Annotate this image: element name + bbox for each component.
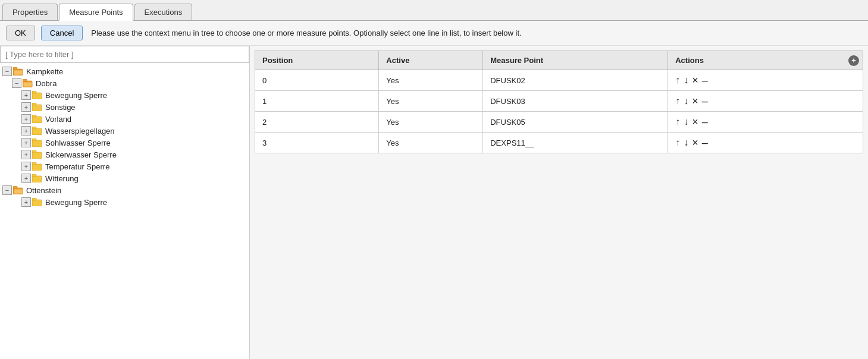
tab-executions[interactable]: Executions (134, 4, 193, 20)
folder-closed-icon (32, 91, 43, 99)
col-header-measure-point: Measure Point (483, 51, 668, 70)
folder-open-icon (13, 186, 24, 194)
tree-item[interactable]: + Bewegung Sperre (0, 196, 249, 208)
tree-item[interactable]: + Vorland (0, 113, 249, 125)
actions-group: ↑↓×– (675, 75, 856, 86)
tree-toggle-icon[interactable]: + (21, 162, 31, 171)
table-header: Position Active Measure Point Actions + (255, 51, 863, 70)
move-down-button[interactable]: ↓ (684, 96, 688, 106)
svg-rect-19 (32, 162, 36, 165)
move-down-button[interactable]: ↓ (684, 117, 688, 127)
tab-properties[interactable]: Properties (2, 4, 58, 20)
cell-position: 3 (255, 133, 379, 153)
cancel-button[interactable]: Cancel (41, 26, 83, 40)
tree-item[interactable]: − Kampkette (0, 65, 249, 77)
tree-item[interactable]: + Bewegung Sperre (0, 89, 249, 101)
tree-toggle-icon[interactable]: + (21, 90, 31, 100)
svg-rect-9 (32, 103, 36, 105)
tree-item[interactable]: + Sickerwasser Sperre (0, 149, 249, 160)
cell-position: 1 (255, 91, 379, 112)
cell-active: Yes (379, 112, 483, 133)
cell-measure-point: DFUSK02 (483, 70, 668, 91)
delete-button[interactable]: × (692, 96, 698, 106)
deactivate-button[interactable]: – (702, 116, 708, 127)
svg-rect-14 (32, 140, 42, 147)
svg-rect-8 (32, 105, 42, 111)
actions-group: ↑↓×– (675, 116, 856, 127)
tree-toggle-icon[interactable]: + (21, 138, 31, 147)
svg-rect-7 (32, 91, 36, 93)
folder-closed-icon (32, 115, 43, 123)
tree-item-label: Dobra (36, 79, 57, 88)
folder-closed-icon (32, 174, 43, 182)
table-row[interactable]: 3YesDEXPS11__↑↓×– (255, 133, 863, 153)
tree-toggle-icon[interactable]: − (2, 185, 12, 195)
tab-measure-points[interactable]: Measure Points (59, 4, 133, 21)
deactivate-button[interactable]: – (702, 137, 708, 148)
tree-toggle-icon[interactable]: + (21, 114, 31, 124)
move-up-button[interactable]: ↑ (675, 138, 680, 147)
svg-rect-20 (32, 176, 42, 182)
svg-rect-21 (32, 174, 36, 177)
tree-toggle-icon[interactable]: + (21, 150, 31, 159)
tree-item-label: Ottenstein (26, 186, 61, 195)
svg-rect-26 (32, 198, 36, 200)
tree-toggle-icon[interactable]: + (21, 126, 31, 136)
tree-item[interactable]: + Temperatur Sperre (0, 160, 249, 172)
add-measure-point-button[interactable]: + (848, 55, 859, 66)
cell-active: Yes (379, 133, 483, 153)
svg-rect-4 (23, 79, 27, 81)
svg-rect-1 (13, 67, 17, 70)
deactivate-button[interactable]: – (702, 75, 708, 86)
move-up-button[interactable]: ↑ (675, 117, 680, 127)
svg-rect-18 (32, 164, 42, 171)
cell-active: Yes (379, 91, 483, 112)
filter-input[interactable] (0, 46, 249, 63)
cell-actions: ↑↓×– (668, 133, 863, 153)
col-header-active: Active (379, 51, 483, 70)
tree-toggle-icon[interactable]: + (21, 197, 31, 207)
cell-active: Yes (379, 70, 483, 91)
svg-rect-5 (23, 82, 32, 87)
table-row[interactable]: 0YesDFUSK02↑↓×– (255, 70, 863, 91)
tree-item[interactable]: + Wasserspiegellagen (0, 125, 249, 137)
delete-button[interactable]: × (692, 137, 698, 148)
svg-rect-17 (32, 150, 36, 153)
move-down-button[interactable]: ↓ (684, 75, 688, 85)
move-up-button[interactable]: ↑ (675, 75, 680, 85)
svg-rect-6 (32, 93, 42, 99)
info-text: Please use the context menu in tree to c… (91, 29, 521, 37)
tree-item[interactable]: − Dobra (0, 77, 249, 89)
tree-toggle-icon[interactable]: + (21, 102, 31, 112)
tree-toggle-icon[interactable]: − (12, 78, 21, 88)
delete-button[interactable]: × (692, 75, 698, 86)
cell-position: 0 (255, 70, 379, 91)
folder-closed-icon (32, 138, 43, 147)
move-down-button[interactable]: ↓ (684, 138, 688, 147)
tree-item-label: Sohlwasser Sperre (45, 138, 111, 147)
tree-item[interactable]: − Ottenstein (0, 184, 249, 196)
ok-button[interactable]: OK (6, 26, 35, 40)
move-up-button[interactable]: ↑ (675, 96, 680, 106)
tree-item-label: Vorland (45, 115, 71, 124)
folder-closed-icon (32, 162, 43, 171)
table-row[interactable]: 2YesDFUSK05↑↓×– (255, 112, 863, 133)
measure-points-table: Position Active Measure Point Actions + … (255, 51, 863, 153)
tree-item-label: Temperatur Sperre (45, 162, 109, 171)
svg-rect-25 (32, 200, 42, 206)
actions-group: ↑↓×– (675, 96, 856, 106)
svg-rect-2 (14, 70, 23, 75)
folder-open-icon (23, 79, 33, 87)
folder-open-icon (13, 67, 24, 75)
table-row[interactable]: 1YesDFUSK03↑↓×– (255, 91, 863, 112)
col-header-position: Position (255, 51, 379, 70)
tree-item[interactable]: + Witterung (0, 172, 249, 184)
tree-toggle-icon[interactable]: + (21, 174, 31, 183)
deactivate-button[interactable]: – (702, 96, 708, 106)
tree-item[interactable]: + Sohlwasser Sperre (0, 137, 249, 149)
main-content: − Kampkette− Dobra+ Bewegung Sperre+ Son… (0, 46, 868, 359)
tree-toggle-icon[interactable]: − (2, 67, 12, 76)
tree-item[interactable]: + Sonstige (0, 101, 249, 113)
delete-button[interactable]: × (692, 116, 698, 127)
main-window: Properties Measure Points Executions OK … (0, 0, 868, 359)
